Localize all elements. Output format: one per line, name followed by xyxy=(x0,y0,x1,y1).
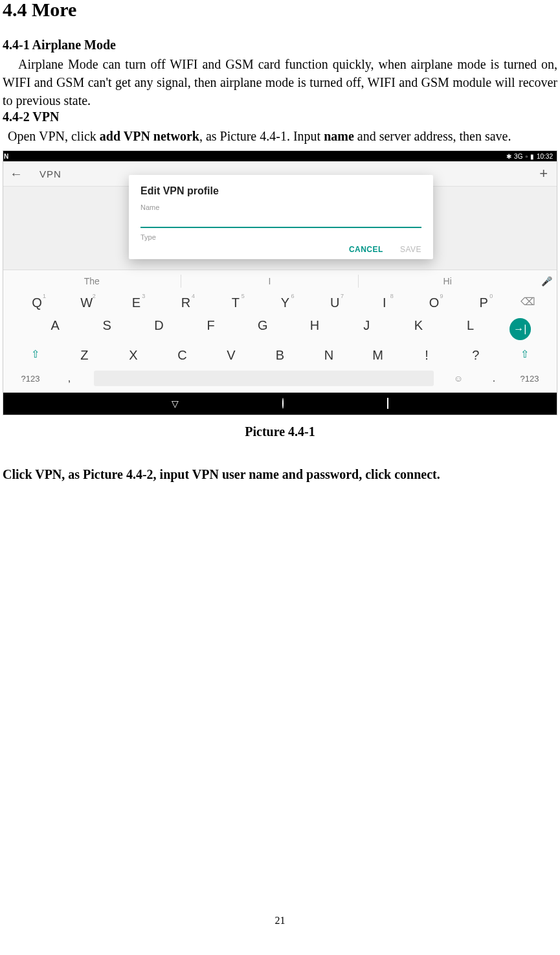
symbols-key-right[interactable]: ?123 xyxy=(510,374,549,384)
key-l[interactable]: L xyxy=(445,318,497,340)
app-title: VPN xyxy=(39,168,62,179)
back-icon[interactable]: ← xyxy=(10,167,23,181)
key-r[interactable]: R4 xyxy=(161,295,210,310)
n-icon: N xyxy=(4,153,8,160)
shift-key-left[interactable]: ⇧ xyxy=(11,348,60,363)
key-w[interactable]: W2 xyxy=(62,295,111,310)
suggestion-3[interactable]: Hi xyxy=(359,276,536,286)
key-x[interactable]: X xyxy=(109,348,158,363)
key-u[interactable]: U7 xyxy=(310,295,359,310)
key-g[interactable]: G xyxy=(237,318,289,340)
nav-back-icon[interactable]: ▽ xyxy=(172,398,179,409)
kb-row-4: ?123 , ☺ . ?123 xyxy=(3,371,557,393)
key-a[interactable]: A xyxy=(29,318,81,340)
vpn-body-mid: , as Picture 4.4-1. Input xyxy=(199,129,324,143)
key-s[interactable]: S xyxy=(81,318,133,340)
key-t[interactable]: T5 xyxy=(211,295,260,310)
key-v[interactable]: V xyxy=(207,348,256,363)
key-c[interactable]: C xyxy=(158,348,207,363)
kb-row-1: Q1 W2 E3 R4 T5 Y6 U7 I8 O9 P0 ⌫ xyxy=(3,295,557,310)
kb-row-3: ⇧ Z X C V B N M ! ? ⇧ xyxy=(3,348,557,363)
key-exclaim[interactable]: ! xyxy=(402,348,451,363)
suggestion-1[interactable]: The xyxy=(3,276,181,286)
comma-key[interactable]: , xyxy=(50,373,89,384)
key-p[interactable]: P0 xyxy=(459,295,508,310)
android-nav-bar: ▽ xyxy=(3,393,557,415)
add-vpn-button[interactable]: + xyxy=(539,165,548,182)
suggestion-bar: The I Hi 🎤 xyxy=(3,270,557,292)
spacebar[interactable] xyxy=(94,371,434,386)
signal-icon: ▫ xyxy=(525,153,528,160)
key-b[interactable]: B xyxy=(256,348,305,363)
battery-icon: ▮ xyxy=(530,153,534,160)
key-j[interactable]: J xyxy=(341,318,392,340)
vpn-body-pre: Open VPN, click xyxy=(8,129,100,143)
picture-caption-1: Picture 4.4-1 xyxy=(3,424,557,439)
page-number: 21 xyxy=(0,915,560,926)
name-label: Name xyxy=(140,203,421,211)
network-3g-icon: 3G xyxy=(514,153,522,160)
type-label: Type xyxy=(140,233,421,241)
key-o[interactable]: O9 xyxy=(410,295,459,310)
key-n[interactable]: N xyxy=(304,348,353,363)
keyboard: Q1 W2 E3 R4 T5 Y6 U7 I8 O9 P0 ⌫ A S D F … xyxy=(3,292,557,393)
period-key[interactable]: . xyxy=(478,373,510,384)
key-m[interactable]: M xyxy=(353,348,403,363)
backspace-key[interactable]: ⌫ xyxy=(509,295,548,310)
screenshot-container: N ✱ 3G ▫ ▮ 10:32 ← VPN + Edit VPN profil… xyxy=(3,150,557,415)
vpn-body-post: and server address, then save. xyxy=(354,129,511,143)
key-q[interactable]: Q1 xyxy=(12,295,62,310)
vpn-bold-add: add VPN network xyxy=(100,129,199,143)
key-h[interactable]: H xyxy=(289,318,341,340)
key-question[interactable]: ? xyxy=(451,348,500,363)
vpn-connect-line: Click VPN, as Picture 4.4-2, input VPN u… xyxy=(3,465,557,483)
subsection-vpn-title: 4.4-2 VPN xyxy=(3,109,557,124)
name-input[interactable] xyxy=(140,213,421,228)
airplane-body: Airplane Mode can turn off WIFI and GSM … xyxy=(3,55,557,109)
bluetooth-icon: ✱ xyxy=(506,153,511,160)
key-f[interactable]: F xyxy=(185,318,237,340)
suggestion-2[interactable]: I xyxy=(181,276,359,286)
subsection-airplane-title: 4.4-1 Airplane Mode xyxy=(3,38,557,52)
dialog-title: Edit VPN profile xyxy=(140,185,421,197)
vpn-bold-name: name xyxy=(324,129,354,143)
symbols-key-left[interactable]: ?123 xyxy=(11,374,50,384)
section-title: 4.4 More xyxy=(3,0,557,21)
nav-home-icon[interactable] xyxy=(282,398,284,409)
clock: 10:32 xyxy=(537,153,553,160)
key-z[interactable]: Z xyxy=(60,348,109,363)
shift-key-right[interactable]: ⇧ xyxy=(500,348,549,363)
kb-row-2: A S D F G H J K L →| xyxy=(3,318,557,340)
nav-recent-icon[interactable] xyxy=(387,398,388,409)
emoji-key[interactable]: ☺ xyxy=(439,373,478,384)
key-k[interactable]: K xyxy=(392,318,444,340)
edit-vpn-dialog: Edit VPN profile Name Type CANCEL SAVE xyxy=(129,175,433,259)
key-i[interactable]: I8 xyxy=(360,295,409,310)
mic-icon[interactable]: 🎤 xyxy=(536,276,557,286)
key-y[interactable]: Y6 xyxy=(260,295,309,310)
content-area: Edit VPN profile Name Type CANCEL SAVE xyxy=(3,187,557,270)
status-bar: N ✱ 3G ▫ ▮ 10:32 xyxy=(3,151,557,161)
save-button[interactable]: SAVE xyxy=(400,245,421,254)
go-key[interactable]: →| xyxy=(510,318,531,340)
vpn-body: Open VPN, click add VPN network, as Pict… xyxy=(3,127,557,145)
key-e[interactable]: E3 xyxy=(111,295,161,310)
cancel-button[interactable]: CANCEL xyxy=(349,245,383,254)
key-d[interactable]: D xyxy=(133,318,185,340)
